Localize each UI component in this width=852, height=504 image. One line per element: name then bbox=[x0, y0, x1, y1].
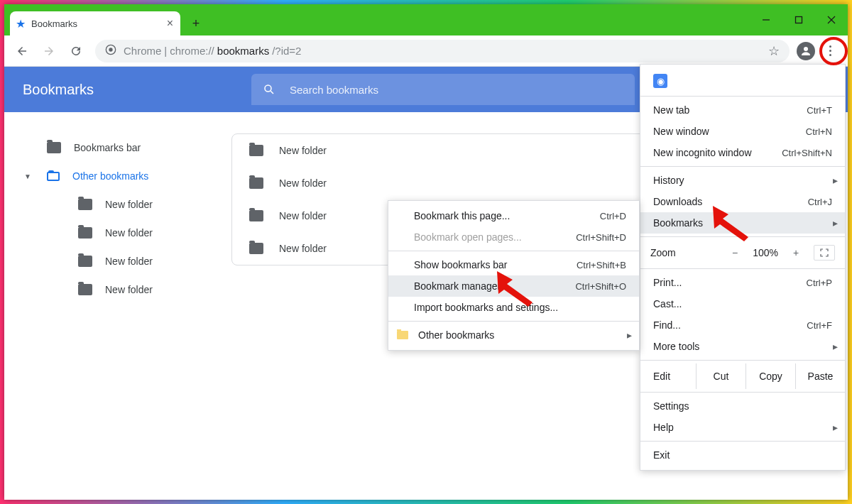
sidebar-item-label: Bookmarks bar bbox=[74, 142, 141, 153]
folder-icon bbox=[78, 256, 92, 267]
sidebar-item-label: New folder bbox=[105, 199, 153, 210]
sidebar: Bookmarks bar ▼ Other bookmarks New fold… bbox=[4, 112, 231, 500]
zoom-in-button[interactable]: + bbox=[788, 245, 804, 261]
zoom-out-button[interactable]: − bbox=[727, 245, 743, 261]
sidebar-item-folder[interactable]: New folder bbox=[4, 190, 231, 219]
window-titlebar: ★ Bookmarks × + bbox=[4, 4, 848, 35]
folder-icon bbox=[47, 142, 61, 153]
chevron-right-icon: ▸ bbox=[833, 217, 838, 229]
forward-button[interactable] bbox=[37, 39, 61, 63]
copy-button[interactable]: Copy bbox=[746, 363, 795, 389]
chevron-right-icon: ▸ bbox=[627, 329, 632, 341]
reload-button[interactable] bbox=[64, 39, 88, 63]
menu-exit[interactable]: Exit bbox=[640, 444, 845, 466]
sidebar-item-folder[interactable]: New folder bbox=[4, 219, 231, 247]
back-button[interactable] bbox=[10, 39, 34, 63]
menu-find[interactable]: Find...Ctrl+F bbox=[640, 314, 845, 336]
minimize-button[interactable] bbox=[750, 9, 782, 31]
sidebar-item-folder[interactable]: New folder bbox=[4, 247, 231, 275]
zoom-value: 100% bbox=[753, 247, 778, 258]
menu-new-tab[interactable]: New tabCtrl+T bbox=[640, 99, 845, 121]
window-controls bbox=[750, 4, 848, 35]
bookmark-star-icon[interactable]: ☆ bbox=[768, 43, 780, 59]
cut-button[interactable]: Cut bbox=[696, 363, 746, 389]
edit-label: Edit bbox=[653, 371, 696, 382]
folder-icon bbox=[78, 227, 92, 239]
paste-button[interactable]: Paste bbox=[795, 363, 845, 389]
submenu-other-bookmarks[interactable]: Other bookmarks ▸ bbox=[388, 324, 639, 346]
profile-avatar[interactable] bbox=[797, 42, 815, 60]
site-info-icon[interactable] bbox=[105, 44, 116, 57]
search-bookmarks[interactable] bbox=[251, 74, 635, 105]
main-menu: ◉ New tabCtrl+T New windowCtrl+N New inc… bbox=[640, 64, 846, 471]
menu-print[interactable]: Print...Ctrl+P bbox=[640, 272, 845, 293]
new-tab-button[interactable]: + bbox=[186, 13, 206, 33]
browser-tab[interactable]: ★ Bookmarks × bbox=[10, 11, 180, 35]
folder-icon bbox=[249, 243, 263, 254]
submenu-import[interactable]: Import bookmarks and settings... bbox=[388, 297, 639, 318]
chevron-right-icon: ▸ bbox=[833, 341, 838, 352]
chevron-right-icon: ▸ bbox=[833, 175, 838, 186]
page-title: Bookmarks bbox=[23, 82, 94, 98]
folder-icon bbox=[249, 210, 263, 221]
list-item-label: New folder bbox=[279, 145, 327, 156]
sidebar-item-label: New folder bbox=[105, 256, 153, 267]
search-input[interactable] bbox=[288, 83, 623, 97]
folder-icon bbox=[249, 145, 263, 156]
sidebar-item-folder[interactable]: New folder bbox=[4, 275, 231, 304]
close-icon[interactable]: × bbox=[165, 16, 175, 31]
svg-point-5 bbox=[109, 48, 112, 51]
menu-more-tools[interactable]: More tools▸ bbox=[640, 336, 845, 357]
menu-incognito[interactable]: New incognito windowCtrl+Shift+N bbox=[640, 142, 845, 163]
fullscreen-button[interactable] bbox=[814, 245, 835, 261]
list-item-label: New folder bbox=[279, 243, 327, 254]
sidebar-item-label: Other bookmarks bbox=[72, 170, 148, 182]
browser-toolbar: Chrome | chrome://bookmarks/?id=2 ☆ bbox=[4, 35, 848, 67]
folder-icon bbox=[78, 199, 92, 210]
menu-button[interactable] bbox=[818, 39, 842, 63]
search-icon bbox=[263, 83, 275, 96]
menu-downloads[interactable]: DownloadsCtrl+J bbox=[640, 191, 845, 212]
submenu-bookmark-page[interactable]: Bookmark this page...Ctrl+D bbox=[388, 205, 639, 226]
menu-new-window[interactable]: New windowCtrl+N bbox=[640, 121, 845, 142]
svg-rect-1 bbox=[796, 17, 802, 23]
close-window-button[interactable] bbox=[815, 9, 848, 31]
submenu-label: Other bookmarks bbox=[418, 329, 494, 341]
folder-icon bbox=[249, 177, 263, 189]
menu-cast[interactable]: Cast... bbox=[640, 293, 845, 314]
submenu-bookmark-open: Bookmark open pages...Ctrl+Shift+D bbox=[388, 226, 639, 248]
menu-history[interactable]: History▸ bbox=[640, 170, 845, 191]
svg-point-6 bbox=[804, 47, 808, 51]
chrome-icon: ◉ bbox=[653, 74, 667, 88]
menu-edit-row: Edit Cut Copy Paste bbox=[640, 363, 845, 389]
menu-settings[interactable]: Settings bbox=[640, 395, 845, 417]
svg-line-8 bbox=[271, 91, 273, 94]
submenu-bookmark-manager[interactable]: Bookmark managerCtrl+Shift+O bbox=[388, 275, 639, 297]
folder-icon bbox=[78, 284, 92, 295]
tab-title: Bookmarks bbox=[31, 18, 160, 29]
menu-bookmarks[interactable]: Bookmarks▸ bbox=[640, 212, 845, 234]
svg-point-7 bbox=[265, 85, 271, 92]
bookmarks-submenu: Bookmark this page...Ctrl+D Bookmark ope… bbox=[388, 200, 640, 351]
menu-zoom: Zoom − 100% + bbox=[640, 240, 845, 265]
url-text: Chrome | chrome://bookmarks/?id=2 bbox=[124, 45, 301, 57]
menu-header: ◉ bbox=[640, 69, 845, 93]
chevron-down-icon[interactable]: ▼ bbox=[24, 172, 31, 180]
folder-icon bbox=[397, 331, 408, 339]
star-icon: ★ bbox=[16, 17, 26, 31]
list-item-label: New folder bbox=[279, 177, 327, 189]
chevron-right-icon: ▸ bbox=[833, 422, 838, 433]
maximize-button[interactable] bbox=[782, 9, 815, 31]
sidebar-item-label: New folder bbox=[105, 284, 153, 295]
sidebar-item-bookmarks-bar[interactable]: Bookmarks bar bbox=[4, 133, 231, 162]
menu-help[interactable]: Help▸ bbox=[640, 417, 845, 438]
list-item-label: New folder bbox=[279, 210, 327, 221]
sidebar-item-other-bookmarks[interactable]: ▼ Other bookmarks bbox=[4, 162, 231, 190]
zoom-label: Zoom bbox=[650, 247, 676, 258]
submenu-show-bar[interactable]: Show bookmarks barCtrl+Shift+B bbox=[388, 254, 639, 275]
folder-icon bbox=[47, 172, 60, 181]
address-bar[interactable]: Chrome | chrome://bookmarks/?id=2 ☆ bbox=[95, 40, 790, 62]
sidebar-item-label: New folder bbox=[105, 227, 153, 239]
